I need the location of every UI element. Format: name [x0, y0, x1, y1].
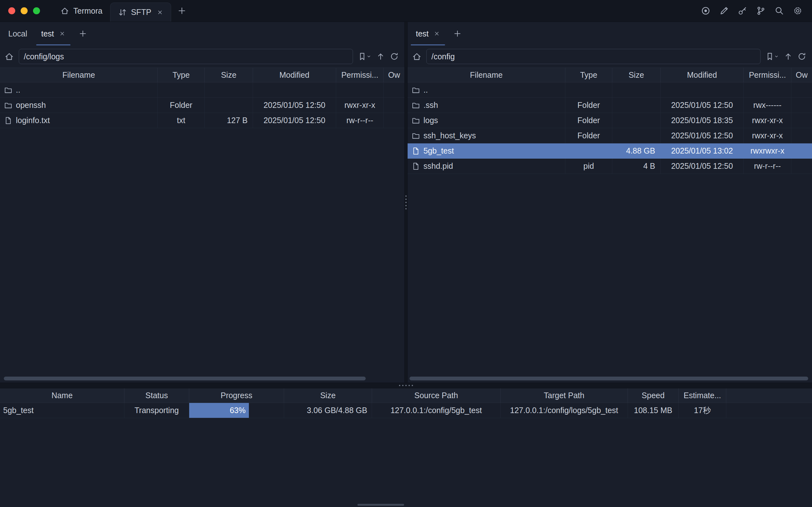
column-header-size[interactable]: Size	[612, 68, 661, 82]
file-row-sshd-pid[interactable]: sshd.pid pid 4 B 2025/01/05 12:50 rw-r--…	[408, 159, 812, 174]
file-row-logs[interactable]: logs Folder 2025/01/05 18:35 rwxr-xr-x	[408, 113, 812, 128]
transfer-target-path: 127.0.0.1:/config/logs/5gb_test	[501, 403, 628, 418]
path-input[interactable]	[19, 49, 353, 64]
column-header-status[interactable]: Status	[124, 388, 189, 403]
transfer-source-path: 127.0.0.1:/config/5gb_test	[372, 403, 501, 418]
column-header-target-path[interactable]: Target Path	[501, 388, 628, 403]
progress-cell: 63%	[189, 403, 284, 418]
zoom-window-button[interactable]	[33, 7, 40, 14]
plus-icon	[177, 6, 186, 15]
refresh-button[interactable]	[390, 52, 399, 61]
tab-sftp[interactable]: SFTP	[110, 3, 171, 21]
close-tab-icon[interactable]	[434, 31, 440, 37]
tab-test-label: test	[41, 29, 54, 38]
sftp-workspace: Local test	[0, 22, 812, 383]
search-icon	[774, 6, 784, 15]
column-header-filename[interactable]: Filename	[0, 68, 158, 82]
column-header-owner[interactable]: Ow	[791, 68, 812, 82]
tab-local[interactable]: Local	[1, 22, 34, 45]
edit-icon	[719, 6, 729, 15]
column-header-estimate[interactable]: Estimate...	[679, 388, 726, 403]
scrollbar-thumb[interactable]	[4, 377, 366, 380]
parent-directory-button[interactable]	[376, 52, 385, 61]
column-header-filename[interactable]: Filename	[408, 68, 565, 82]
refresh-icon	[797, 52, 806, 61]
branch-button[interactable]	[756, 6, 766, 15]
bookmark-button[interactable]	[765, 52, 779, 61]
column-header-type[interactable]: Type	[158, 68, 205, 82]
file-row-5gb-test[interactable]: 5gb_test 4.88 GB 2025/01/05 13:02 rwxrwx…	[408, 144, 812, 159]
refresh-button[interactable]	[797, 52, 806, 61]
file-icon	[4, 116, 12, 125]
record-icon	[701, 6, 710, 15]
chevron-down-icon	[366, 54, 371, 59]
tab-test-left[interactable]: test	[34, 22, 72, 45]
parent-directory-button[interactable]	[784, 52, 793, 61]
file-row-updir[interactable]: ..	[408, 82, 812, 98]
add-tab-button[interactable]	[72, 22, 93, 45]
file-row-ssh-host-keys[interactable]: ssh_host_keys Folder 2025/01/05 12:50 rw…	[408, 128, 812, 144]
plus-icon	[453, 30, 462, 38]
transfer-status: Transporting	[124, 403, 189, 418]
file-row-updir[interactable]: ..	[0, 82, 404, 98]
window-controls	[8, 7, 40, 14]
settings-button[interactable]	[793, 6, 803, 15]
column-header-permissions[interactable]: Permissi...	[744, 68, 791, 82]
file-row-ssh[interactable]: .ssh Folder 2025/01/05 12:50 rwx------	[408, 98, 812, 113]
column-header-size[interactable]: Size	[284, 388, 372, 403]
chevron-down-icon	[774, 54, 779, 59]
transfer-name: 5gb_test	[0, 403, 124, 418]
close-window-button[interactable]	[8, 7, 15, 14]
left-file-panel: Local test	[0, 22, 404, 383]
transfers-scrollbar-thumb[interactable]	[358, 504, 404, 506]
home-icon	[60, 6, 69, 15]
column-header-owner[interactable]: Ow	[384, 68, 404, 82]
tab-termora[interactable]: Termora	[53, 0, 110, 21]
tab-test-right[interactable]: test	[409, 22, 447, 45]
transfer-size: 3.06 GB/4.88 GB	[284, 403, 372, 418]
horizontal-scrollbar[interactable]	[0, 376, 404, 381]
key-manager-button[interactable]	[738, 6, 747, 15]
branch-icon	[756, 6, 766, 15]
column-header-source-path[interactable]: Source Path	[372, 388, 501, 403]
transfers-panel: Name Status Progress Size Source Path Ta…	[0, 388, 812, 507]
new-tab-button[interactable]	[171, 0, 193, 21]
panel-splitter[interactable]	[404, 22, 408, 383]
file-table-header: Filename Type Size Modified Permissi... …	[0, 68, 404, 82]
close-tab-icon[interactable]	[59, 31, 65, 37]
file-row-loginfo[interactable]: loginfo.txt txt 127 B 2025/01/05 12:50 r…	[0, 113, 404, 128]
column-header-type[interactable]: Type	[565, 68, 612, 82]
right-file-panel: test	[408, 22, 812, 383]
add-tab-button[interactable]	[447, 22, 468, 45]
minimize-window-button[interactable]	[21, 7, 28, 14]
column-header-permissions[interactable]: Permissi...	[336, 68, 384, 82]
progress-label: 63%	[230, 406, 246, 415]
record-button[interactable]	[701, 6, 710, 15]
file-row-openssh[interactable]: openssh Folder 2025/01/05 12:50 rwxr-xr-…	[0, 98, 404, 113]
splitter-grip-icon	[399, 385, 413, 386]
splitter-grip-icon	[405, 195, 407, 209]
home-icon[interactable]	[412, 52, 422, 61]
transfer-row-5gb-test[interactable]: 5gb_test Transporting 63% 3.06 GB/4.88 G…	[0, 403, 812, 418]
home-icon[interactable]	[4, 52, 14, 61]
column-header-modified[interactable]: Modified	[661, 68, 744, 82]
transfers-splitter[interactable]	[0, 383, 812, 388]
transfer-arrows-icon	[118, 8, 127, 17]
path-input[interactable]	[426, 49, 761, 64]
column-header-progress[interactable]: Progress	[189, 388, 284, 403]
folder-icon	[412, 86, 420, 94]
bookmark-button[interactable]	[358, 52, 371, 61]
tab-test-label: test	[416, 29, 429, 38]
scrollbar-thumb[interactable]	[410, 377, 808, 380]
bookmark-icon	[358, 52, 367, 61]
column-header-name[interactable]: Name	[0, 388, 124, 403]
arrow-up-icon	[784, 52, 793, 61]
search-button[interactable]	[774, 6, 784, 15]
horizontal-scrollbar[interactable]	[408, 376, 812, 381]
column-header-speed[interactable]: Speed	[628, 388, 679, 403]
edit-button[interactable]	[719, 6, 729, 15]
column-header-size[interactable]: Size	[205, 68, 253, 82]
column-header-modified[interactable]: Modified	[253, 68, 336, 82]
close-tab-icon[interactable]	[157, 9, 163, 15]
bookmark-icon	[765, 52, 774, 61]
